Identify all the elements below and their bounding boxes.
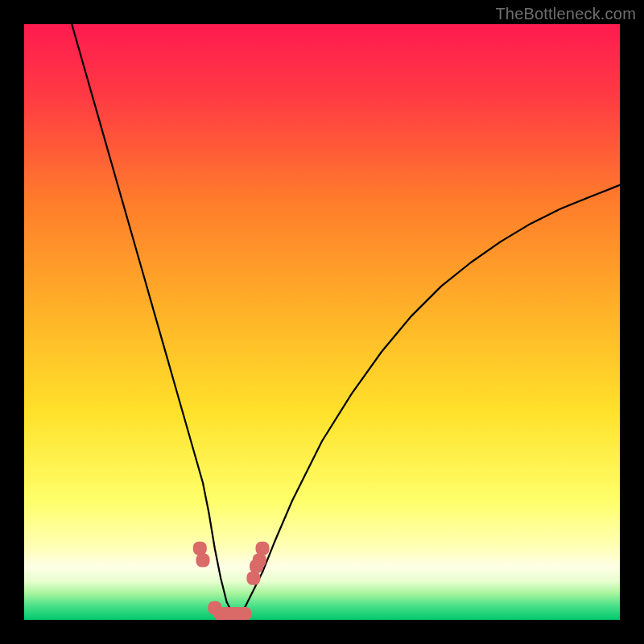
- chart-frame: TheBottleneck.com: [0, 0, 644, 644]
- highlight-marker: [196, 554, 210, 568]
- watermark-text: TheBottleneck.com: [495, 5, 636, 23]
- highlight-marker: [253, 554, 266, 568]
- plot-area: [24, 24, 620, 620]
- highlight-marker: [246, 572, 260, 585]
- highlight-marker: [193, 542, 207, 555]
- highlight-marker: [256, 542, 270, 555]
- gradient-background: [24, 24, 620, 620]
- highlight-marker: [237, 607, 251, 620]
- chart-svg: [24, 24, 620, 620]
